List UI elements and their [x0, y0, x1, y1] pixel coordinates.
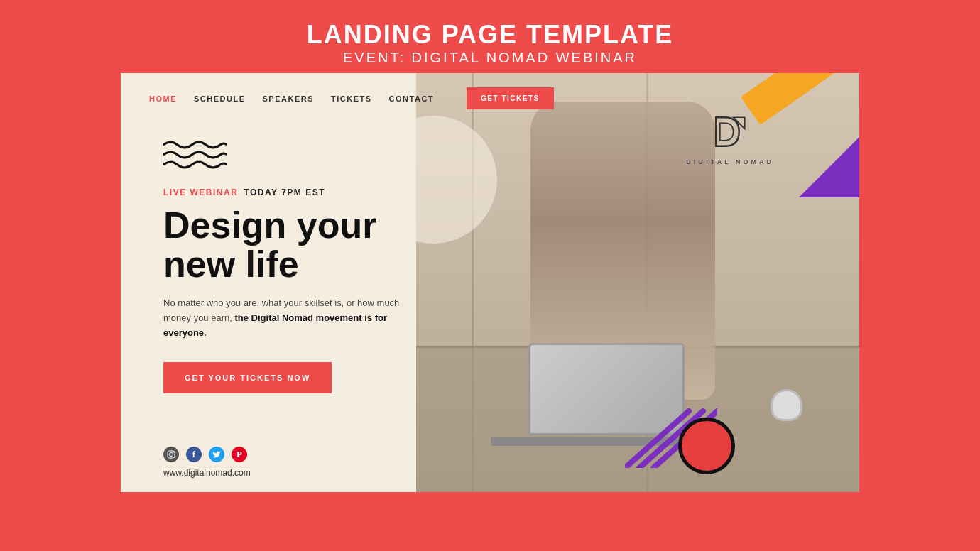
page-title: Landing Page Template [307, 20, 674, 50]
get-tickets-cta-button[interactable]: GET YOUR TICKETS NOW [163, 362, 332, 393]
landing-card: HOME SCHEDULE SPEAKERS TICKETS CONTACT G… [121, 73, 859, 492]
page-subtitle: Event: Digital Nomad Webinar [307, 50, 674, 66]
brand-name: DIGITAL NOMAD [686, 158, 774, 165]
hero-description: No matter who you are, what your skillse… [163, 296, 405, 340]
get-tickets-nav-button[interactable]: GET TICKETS [467, 87, 554, 109]
instagram-icon[interactable] [163, 447, 179, 462]
nav-schedule[interactable]: SCHEDULE [194, 94, 246, 103]
headline-line1: Design your [163, 204, 377, 246]
nav-contact[interactable]: CONTACT [389, 94, 434, 103]
hero-headline: Design your new life [163, 206, 419, 283]
nav-links: HOME SCHEDULE SPEAKERS TICKETS CONTACT [149, 94, 434, 103]
svg-marker-0 [799, 133, 859, 197]
nav-home[interactable]: HOME [149, 94, 177, 103]
time-label: TODAY 7PM EST [244, 187, 325, 197]
hero-content: LIVE WEBINAR TODAY 7PM EST Design your n… [121, 124, 462, 436]
pinterest-icon[interactable]: P [232, 447, 247, 462]
svg-point-2 [170, 453, 173, 457]
live-badge-row: LIVE WEBINAR TODAY 7PM EST [163, 187, 419, 197]
nav-speakers[interactable]: SPEAKERS [263, 94, 315, 103]
twitter-icon[interactable] [209, 447, 224, 462]
live-label: LIVE WEBINAR [163, 187, 238, 197]
page-header: Landing Page Template Event: Digital Nom… [307, 0, 674, 73]
purple-triangle-deco [799, 133, 859, 200]
headline-line2: new life [163, 244, 299, 285]
wave-decoration [163, 138, 419, 173]
circle-deco [678, 418, 735, 474]
svg-point-3 [173, 452, 174, 454]
svg-rect-1 [168, 451, 175, 458]
nav-tickets[interactable]: TICKETS [331, 94, 372, 103]
facebook-icon[interactable]: f [186, 447, 202, 462]
card-footer: f P www.digitalnomad.com [121, 436, 859, 492]
